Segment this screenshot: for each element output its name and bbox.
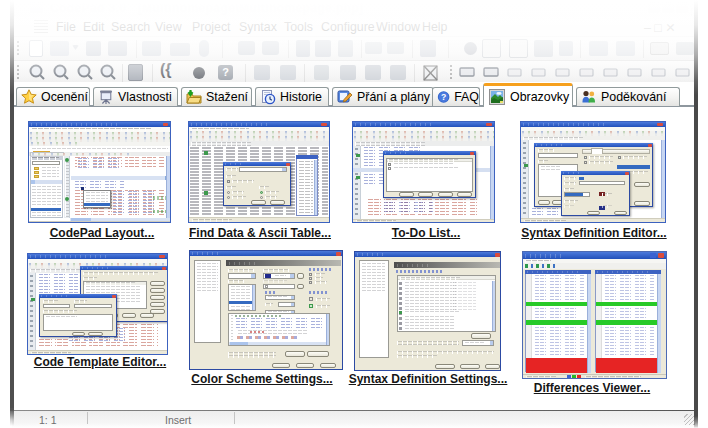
svg-text:?: ? — [441, 92, 446, 102]
